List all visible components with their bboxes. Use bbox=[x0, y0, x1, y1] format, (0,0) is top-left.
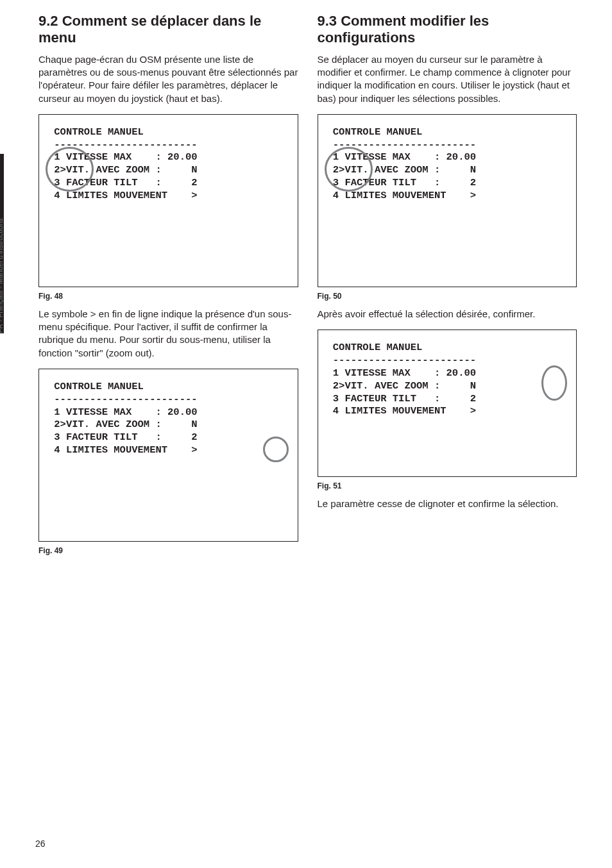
fig-50-text: CONTROLE MANUEL ------------------------… bbox=[327, 126, 477, 201]
fig-51-caption: Fig. 51 bbox=[318, 481, 577, 491]
fig-49-highlight-oval bbox=[263, 437, 289, 462]
section-9-3-heading: 9.3 Comment modifier les configurations bbox=[318, 13, 577, 47]
section-9-2-heading: 9.2 Comment se déplacer dans le menu bbox=[38, 13, 298, 47]
fig-49-text: CONTROLE MANUEL ------------------------… bbox=[48, 381, 198, 456]
side-tab: FR - Français - Manuel d'instructions bbox=[0, 154, 13, 333]
fig-50-screenshot: CONTROLE MANUEL ------------------------… bbox=[318, 114, 577, 287]
section-9-3-outro: Le paramètre cesse de clignoter et confi… bbox=[318, 497, 577, 510]
fig-49-screenshot: CONTROLE MANUEL ------------------------… bbox=[38, 369, 298, 542]
fig-51-screenshot: CONTROLE MANUEL ------------------------… bbox=[318, 330, 577, 477]
section-9-3-mid: Après avoir effectué la sélection désiré… bbox=[318, 308, 577, 321]
page-number: 26 bbox=[35, 838, 46, 850]
fig-49-caption: Fig. 49 bbox=[38, 546, 298, 556]
fig-50-caption: Fig. 50 bbox=[318, 291, 577, 301]
fig-48-text: CONTROLE MANUEL ------------------------… bbox=[48, 126, 198, 201]
fig-48-screenshot: CONTROLE MANUEL ------------------------… bbox=[38, 114, 298, 287]
section-9-2-intro: Chaque page-écran du OSM présente une li… bbox=[38, 53, 298, 105]
fig-51-highlight-oval bbox=[541, 365, 567, 401]
right-column: 9.3 Comment modifier les configurations … bbox=[318, 13, 577, 562]
section-9-3-intro: Se déplacer au moyen du curseur sur le p… bbox=[318, 53, 577, 105]
side-tab-text: FR - Français - Manuel d'instructions bbox=[0, 219, 5, 333]
page-content: 9.2 Comment se déplacer dans le menu Cha… bbox=[0, 0, 612, 588]
left-column: 9.2 Comment se déplacer dans le menu Cha… bbox=[38, 13, 298, 562]
section-9-2-mid: Le symbole > en fin de ligne indique la … bbox=[38, 308, 298, 360]
fig-48-caption: Fig. 48 bbox=[38, 291, 298, 301]
fig-51-text: CONTROLE MANUEL ------------------------… bbox=[327, 342, 477, 417]
